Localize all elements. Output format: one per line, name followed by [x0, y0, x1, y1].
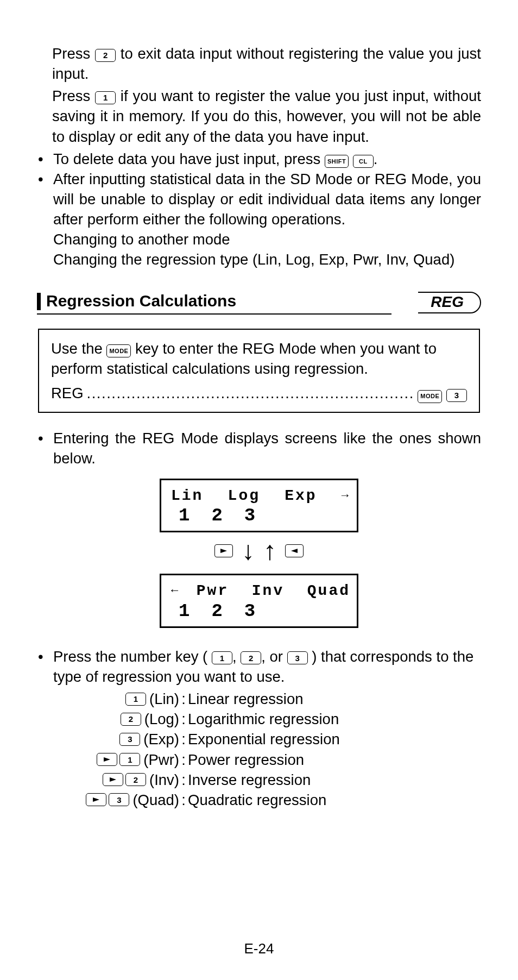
text: Quad: [307, 581, 350, 601]
text: Exponential regression: [188, 729, 340, 749]
text: Quadratic regression: [188, 790, 326, 810]
text: Inverse regression: [188, 770, 311, 790]
section-title: Regression Calculations: [46, 290, 236, 312]
key-2-icon: 2: [241, 651, 261, 664]
cursor-left-key-icon: [285, 544, 304, 557]
regression-type-list: 1 (Lin) : Linear regression 2 (Log) : Lo…: [71, 689, 481, 810]
text: , or: [261, 648, 287, 665]
svg-marker-2: [104, 757, 110, 762]
text: Power regression: [188, 750, 304, 770]
screen-switch-row: ↓ ↑: [37, 538, 481, 564]
text: if you want to register the value you ju…: [52, 87, 481, 145]
svg-marker-3: [110, 777, 116, 782]
list-item: 3 (Exp) : Exponential regression: [71, 729, 481, 749]
key-1-icon: 1: [119, 753, 140, 766]
cursor-right-key-icon: [214, 544, 233, 557]
key-1-icon: 1: [212, 651, 232, 664]
key-3-icon: 3: [287, 651, 308, 664]
cursor-right-key-icon: [86, 793, 106, 806]
cursor-right-key-icon: [97, 753, 117, 766]
text: ,: [232, 648, 241, 665]
paragraph: Press 1 if you want to register the valu…: [37, 86, 481, 146]
text: Press: [52, 87, 95, 104]
paragraph: Press 2 to exit data input without regis…: [37, 43, 481, 84]
info-box: Use the MODE key to enter the REG Mode w…: [38, 329, 480, 413]
text: (Lin): [149, 689, 179, 709]
text: 3: [244, 505, 277, 526]
text: Entering the REG Mode displays screens l…: [53, 428, 481, 468]
key-3-icon: 3: [446, 389, 467, 402]
text: (Log): [144, 709, 179, 729]
text: Press the number key (: [53, 648, 207, 665]
section-header: Regression Calculations REG: [37, 290, 481, 315]
text: Logarithmic regression: [188, 709, 339, 729]
text: To delete data you have just input, pres…: [53, 150, 325, 167]
leader-dots: ........................................…: [84, 383, 418, 403]
bullet-icon: •: [37, 646, 53, 687]
bullet-icon: •: [37, 149, 53, 169]
key-2-icon: 2: [95, 49, 116, 62]
mode-entry-row: REG ....................................…: [51, 383, 467, 403]
text: 2: [211, 601, 244, 621]
key-1-icon: 1: [125, 693, 146, 706]
bullet-icon: •: [37, 169, 53, 270]
key-mode-icon: MODE: [418, 390, 442, 403]
svg-marker-1: [291, 549, 298, 553]
text: (Pwr): [143, 750, 179, 770]
page-number: E-24: [0, 939, 518, 958]
list-item: 1 (Lin) : Linear regression: [71, 689, 481, 709]
arrow-left-icon: ←: [171, 583, 180, 599]
display-screen: Lin Log Exp → 123: [160, 479, 358, 533]
key-mode-icon: MODE: [106, 344, 131, 357]
text: Inv: [252, 581, 284, 601]
key-2-icon: 2: [125, 773, 146, 786]
arrow-right-icon: →: [342, 488, 350, 504]
manual-page: Press 2 to exit data input without regis…: [0, 0, 518, 980]
text: (Exp): [143, 729, 179, 749]
text: Exp: [285, 486, 317, 506]
text: 2: [211, 505, 244, 526]
svg-marker-0: [220, 549, 227, 553]
display-screen: ← Pwr Inv Quad 123: [160, 574, 358, 628]
text: .: [374, 150, 378, 167]
list-item: • To delete data you have just input, pr…: [37, 149, 481, 169]
text: After inputting statistical data in the …: [53, 169, 481, 229]
text: Changing to another mode: [53, 229, 481, 249]
key-1-icon: 1: [95, 91, 116, 104]
text: Changing the regression type (Lin, Log, …: [53, 249, 481, 269]
section-bar-icon: [37, 293, 41, 310]
text: Use the MODE key to enter the REG Mode w…: [51, 338, 467, 379]
text: 1: [179, 601, 211, 621]
text: Press: [52, 45, 95, 62]
text: Lin: [171, 486, 203, 506]
bullet-icon: •: [37, 428, 53, 468]
arrow-up-icon: ↑: [263, 538, 276, 564]
key-2-icon: 2: [121, 713, 141, 726]
text: Pwr: [197, 581, 229, 601]
text: (Inv): [149, 770, 179, 790]
arrow-down-icon: ↓: [242, 538, 255, 564]
list-item: 1 (Pwr) : Power regression: [71, 750, 481, 770]
list-item: • Entering the REG Mode displays screens…: [37, 428, 481, 468]
text: REG: [51, 383, 84, 403]
list-item: 3 (Quad) : Quadratic regression: [71, 790, 481, 810]
text: to exit data input without registering t…: [52, 45, 481, 82]
key-cl-icon: CL: [353, 155, 374, 168]
text: Linear regression: [188, 689, 303, 709]
key-3-icon: 3: [109, 793, 129, 806]
text: 3: [244, 601, 277, 621]
list-item: • After inputting statistical data in th…: [37, 169, 481, 270]
key-shift-icon: SHIFT: [325, 155, 349, 168]
text: (Quad): [132, 790, 179, 810]
cursor-right-key-icon: [103, 773, 123, 786]
svg-marker-4: [93, 797, 99, 802]
list-item: 2 (Inv) : Inverse regression: [71, 770, 481, 790]
mode-badge: REG: [402, 292, 481, 313]
list-item: • Press the number key ( 1, 2, or 3 ) th…: [37, 646, 481, 687]
key-3-icon: 3: [119, 733, 140, 746]
list-item: 2 (Log) : Logarithmic regression: [71, 709, 481, 729]
text: Log: [228, 486, 260, 506]
text: 1: [179, 505, 211, 526]
